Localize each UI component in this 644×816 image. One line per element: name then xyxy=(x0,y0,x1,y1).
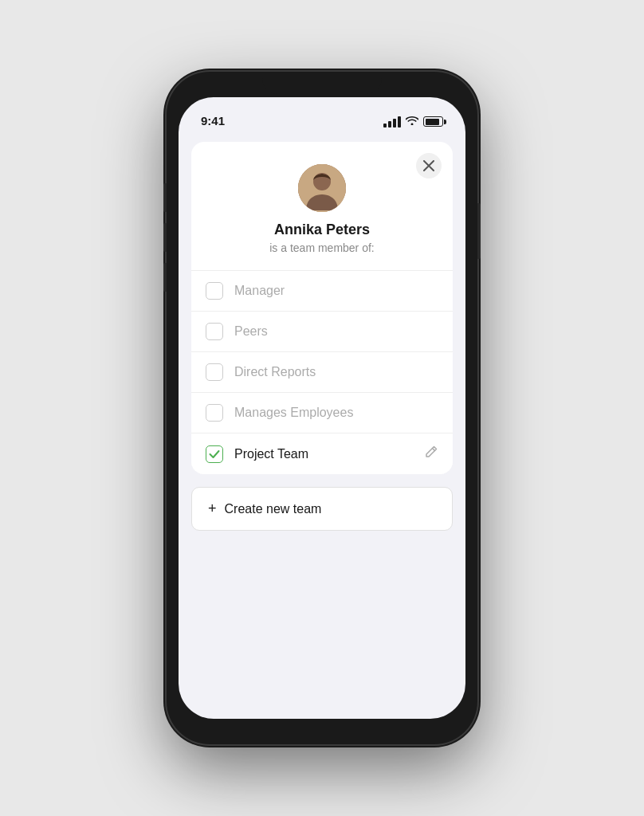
avatar-image xyxy=(298,164,346,212)
profile-header: Annika Peters is a team member of: xyxy=(191,142,453,270)
close-button[interactable] xyxy=(416,153,442,178)
create-new-team-button[interactable]: + Create new team xyxy=(191,487,453,531)
phone-frame: 9:41 xyxy=(167,72,477,744)
team-item-label-peers: Peers xyxy=(234,324,438,339)
create-team-label: Create new team xyxy=(225,502,322,516)
profile-subtitle: is a team member of: xyxy=(269,241,375,254)
team-item-label-direct-reports: Direct Reports xyxy=(234,365,438,379)
profile-name: Annika Peters xyxy=(274,222,370,238)
signal-bars-icon xyxy=(383,116,401,128)
edit-icon[interactable] xyxy=(424,445,438,463)
create-team-plus-icon: + xyxy=(208,500,217,517)
wifi-icon xyxy=(406,116,418,128)
phone-screen: 9:41 xyxy=(179,97,465,719)
team-item-label-manager: Manager xyxy=(234,284,438,298)
status-time: 9:41 xyxy=(201,114,225,128)
team-item-label-manages-employees: Manages Employees xyxy=(234,406,438,420)
battery-icon xyxy=(423,116,443,127)
checkbox-direct-reports[interactable] xyxy=(206,363,223,381)
team-item-direct-reports[interactable]: Direct Reports xyxy=(191,352,453,393)
status-bar: 9:41 xyxy=(179,97,465,132)
team-item-label-project-team: Project Team xyxy=(234,447,413,461)
status-icons xyxy=(383,116,443,128)
checkbox-peers[interactable] xyxy=(206,323,223,340)
checkbox-project-team[interactable] xyxy=(206,445,223,463)
team-item-manages-employees[interactable]: Manages Employees xyxy=(191,393,453,434)
notch xyxy=(262,72,382,94)
modal-container: Annika Peters is a team member of: Manag… xyxy=(179,132,465,719)
team-item-peers[interactable]: Peers xyxy=(191,312,453,352)
team-item-project-team[interactable]: Project Team xyxy=(191,434,453,474)
checkbox-manager[interactable] xyxy=(206,282,223,300)
avatar xyxy=(298,164,346,212)
team-item-manager[interactable]: Manager xyxy=(191,271,453,312)
checkbox-manages-employees[interactable] xyxy=(206,404,223,422)
team-list: Manager Peers Direct Reports xyxy=(191,270,453,474)
modal-card: Annika Peters is a team member of: Manag… xyxy=(191,142,453,474)
